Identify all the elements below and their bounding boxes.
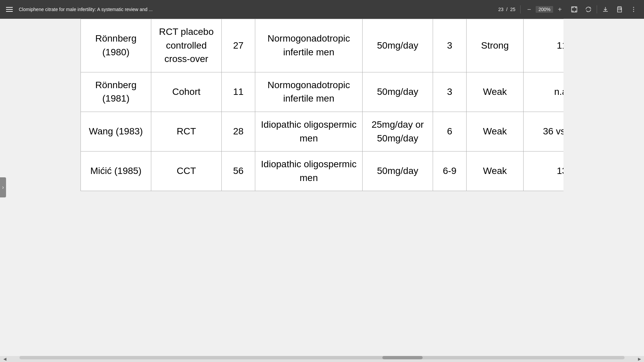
author-cell: Wang (1983) (81, 112, 151, 151)
dose-cell: 50mg/day (363, 19, 433, 72)
zoom-out-button[interactable]: − (525, 4, 533, 15)
zoom-controls: − 200% + (525, 4, 564, 15)
author-cell: Rönnberg (1981) (81, 72, 151, 112)
document-title: Clomiphene citrate for male infertility:… (19, 7, 494, 12)
table-row: Rönnberg (1981)Cohort11Normogonadotropic… (81, 72, 564, 112)
table-row: Rönnberg (1980)RCT placebo controlled cr… (81, 19, 564, 72)
content-area: Rönnberg (1980)RCT placebo controlled cr… (0, 19, 644, 356)
dose-cell: 25mg/day or 50mg/day (363, 112, 433, 151)
table-row: Mićić (1985)CCT56Idiopathic oligospermic… (81, 152, 564, 191)
svg-point-3 (633, 7, 634, 8)
more-button[interactable] (628, 4, 639, 14)
population-cell: Idiopathic oligospermic men (255, 112, 363, 151)
svg-rect-1 (618, 10, 622, 12)
study-type-cell: CCT (151, 152, 222, 191)
topbar: Clomiphene citrate for male infertility:… (0, 0, 644, 19)
topbar-right (569, 4, 639, 14)
study-type-cell: RCT placebo controlled cross-over (151, 19, 222, 72)
page-sep: / (506, 7, 507, 12)
dose-cell: 50mg/day (363, 152, 433, 191)
page-nav: 23 / 25 (498, 7, 516, 12)
quality-cell: Weak (467, 72, 524, 112)
pregnancies-cell: 11 (524, 19, 564, 72)
quality-cell: Strong (467, 19, 524, 72)
table-row: Wang (1983)RCT28Idiopathic oligospermic … (81, 112, 564, 151)
svg-point-2 (621, 9, 622, 9)
menu-icon[interactable] (5, 6, 14, 13)
zoom-in-button[interactable]: + (556, 4, 564, 15)
pregnancies-cell: 13 (524, 152, 564, 191)
print-button[interactable] (614, 4, 625, 14)
n-cell: 56 (222, 152, 255, 191)
svg-point-5 (633, 11, 634, 12)
pregnancies-cell: n.a. (524, 72, 564, 112)
duration-cell: 3 (433, 72, 467, 112)
scrollbar[interactable]: ◀ ▶ (0, 356, 644, 362)
duration-cell: 3 (433, 19, 467, 72)
divider2 (597, 5, 597, 13)
divider (520, 5, 521, 13)
duration-cell: 6 (433, 112, 467, 151)
pdf-page: Rönnberg (1980)RCT placebo controlled cr… (80, 19, 564, 191)
download-button[interactable] (600, 4, 611, 14)
author-cell: Mićić (1985) (81, 152, 151, 191)
population-cell: Normogonadotropic infertile men (255, 72, 363, 112)
study-table: Rönnberg (1980)RCT placebo controlled cr… (80, 19, 564, 191)
n-cell: 27 (222, 19, 255, 72)
population-cell: Normogonadotropic infertile men (255, 19, 363, 72)
pregnancies-cell: 36 vs. 22 (524, 112, 564, 151)
scrollbar-track (19, 356, 625, 359)
scrollbar-thumb[interactable] (382, 356, 423, 359)
page-current: 23 (498, 7, 504, 12)
quality-cell: Weak (467, 112, 524, 151)
n-cell: 11 (222, 72, 255, 112)
zoom-value: 200% (536, 6, 553, 13)
study-type-cell: RCT (151, 112, 222, 151)
n-cell: 28 (222, 112, 255, 151)
rotate-button[interactable] (583, 4, 594, 14)
fit-page-button[interactable] (569, 4, 580, 14)
scroll-left[interactable]: ◀ (0, 356, 9, 362)
dose-cell: 50mg/day (363, 72, 433, 112)
scroll-right[interactable]: ▶ (635, 356, 644, 362)
side-handle[interactable] (0, 177, 6, 197)
duration-cell: 6-9 (433, 152, 467, 191)
study-type-cell: Cohort (151, 72, 222, 112)
author-cell: Rönnberg (1980) (81, 19, 151, 72)
svg-point-4 (633, 9, 634, 10)
page-total: 25 (510, 7, 516, 12)
quality-cell: Weak (467, 152, 524, 191)
population-cell: Idiopathic oligospermic men (255, 152, 363, 191)
